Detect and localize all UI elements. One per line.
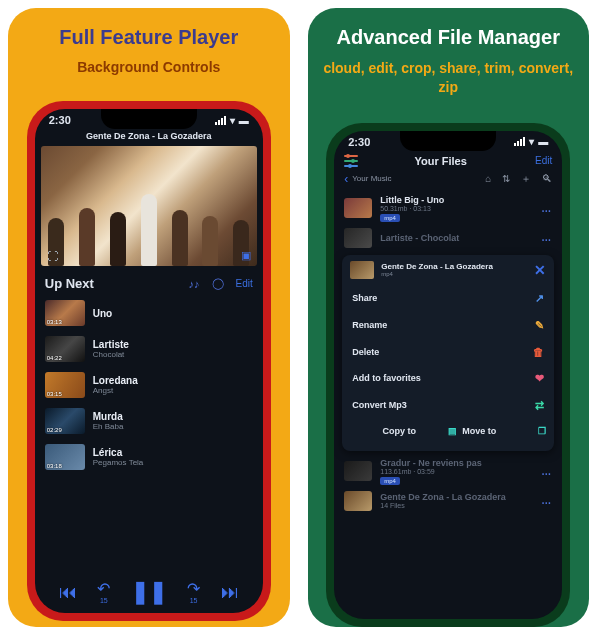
wifi-icon: ▾ [529,136,534,147]
track-row[interactable]: 04:22 Lartiste Chocolat [35,331,263,367]
file-list-bottom: Gradur - Ne reviens pas 113.61mb · 03:59… [334,455,562,514]
ctx-icon: ↗ [535,292,544,305]
edit-link[interactable]: Edit [535,155,552,166]
promo-panel-player: Full Feature Player Background Controls … [8,8,290,627]
context-menu: Gente De Zona - La Gozadera mp4 ✕ Share↗… [342,255,554,451]
track-sub: Angst [93,386,138,395]
track-thumb: 04:22 [45,336,85,362]
ctx-action[interactable]: Share↗ [350,285,546,312]
file-row[interactable]: Lartiste - Chocolat … [334,225,562,251]
ctx-action[interactable]: Delete🗑 [350,339,546,365]
close-icon[interactable]: ✕ [534,262,546,278]
search-icon[interactable]: 🔍︎ [542,173,552,184]
promo-panel-filemgr: Advanced File Manager cloud, edit, crop,… [308,8,590,627]
move-to-button[interactable]: ▤Move to❐ [448,419,546,443]
airplay-icon[interactable]: ▣ [241,249,251,262]
track-sub: Pegamos Tela [93,458,144,467]
status-time: 2:30 [49,114,71,126]
more-icon[interactable]: … [541,232,552,243]
ctx-thumb [350,261,374,279]
up-next-label: Up Next [45,276,177,291]
track-thumb: 03:18 [45,444,85,470]
track-thumb: 03:13 [45,300,85,326]
copy-to-button[interactable]: Copy to [350,419,448,443]
headline: Advanced File Manager [337,26,560,49]
file-thumb [344,198,372,218]
track-row[interactable]: 02:29 Murda Eh Baba [35,403,263,439]
track-thumb: 03:15 [45,372,85,398]
subline: Background Controls [77,59,220,75]
notch [101,109,197,129]
file-row[interactable]: Gradur - Ne reviens pas 113.61mb · 03:59… [334,455,562,488]
ctx-icon: 🗑 [533,346,544,358]
ctx-label: Delete [352,347,379,357]
phone-frame: 2:30 ▾ ▬ Gente De Zona - La Gozadera [27,101,271,621]
now-playing-title: Gente De Zona - La Gozadera [35,128,263,146]
home-icon[interactable]: ⌂ [485,173,491,184]
format-badge: mp4 [380,477,400,485]
file-title: Little Big - Uno [380,195,541,205]
file-thumb [344,491,372,511]
file-list-top: Little Big - Uno 50.31mb · 03:13 mp4 … L… [334,192,562,251]
file-meta: 14 Files [380,502,541,509]
track-title: Murda [93,411,124,422]
skip-fwd-button[interactable]: ↷15 [187,581,200,604]
ctx-action[interactable]: Add to favorites❤ [350,365,546,392]
back-icon[interactable]: ‹ [344,172,348,186]
track-row[interactable]: 03:13 Uno [35,295,263,331]
ctx-sub: mp4 [381,271,493,277]
breadcrumb: ‹ Your Music ⌂ ⇅ ＋ 🔍︎ [334,170,562,192]
more-icon[interactable]: … [541,495,552,506]
page-title: Your Files [358,155,523,167]
ctx-action[interactable]: Convert Mp3⇄ [350,392,546,419]
track-title: Loredana [93,375,138,386]
file-title: Lartiste - Chocolat [380,233,541,243]
screen: 2:30 ▾ ▬ Gente De Zona - La Gozadera [35,109,263,613]
file-thumb [344,461,372,481]
ctx-label: Add to favorites [352,373,421,383]
settings-icon[interactable] [344,155,358,167]
video-area[interactable]: ⛶ ▣ [41,146,257,266]
ctx-action[interactable]: Rename✎ [350,312,546,339]
pause-button[interactable]: ❚❚ [131,579,167,605]
add-icon[interactable]: ＋ [521,172,531,186]
more-icon[interactable]: … [541,203,552,214]
breadcrumb-text[interactable]: Your Music [352,174,391,183]
track-title: Lérica [93,447,144,458]
track-list: 03:13 Uno 04:22 Lartiste Chocolat03:15 L… [35,295,263,475]
track-row[interactable]: 03:18 Lérica Pegamos Tela [35,439,263,475]
file-meta: 50.31mb · 03:13 [380,205,541,212]
move-icon: ▤ [448,426,457,436]
battery-icon: ▬ [538,136,548,147]
headline: Full Feature Player [59,26,238,49]
file-title: Gradur - Ne reviens pas [380,458,541,468]
ctx-title: Gente De Zona - La Gozadera [381,262,493,271]
next-button[interactable]: ⏭ [221,582,239,603]
file-title: Gente De Zona - La Gozadera [380,492,541,502]
signal-icon [514,137,525,146]
file-row[interactable]: Little Big - Uno 50.31mb · 03:13 mp4 … [334,192,562,225]
edit-link[interactable]: Edit [236,278,253,289]
fullscreen-icon[interactable]: ⛶ [47,250,58,262]
shuffle-icon[interactable]: ♪♪ [189,278,200,290]
sort-icon[interactable]: ⇅ [502,173,510,184]
file-row[interactable]: Gente De Zona - La Gozadera 14 Files … [334,488,562,514]
prev-button[interactable]: ⏮ [59,582,77,603]
file-thumb [344,228,372,248]
fm-header: Your Files Edit [334,150,562,170]
player-controls: ⏮ ↶15 ❚❚ ↷15 ⏭ [35,579,263,605]
track-sub: Eh Baba [93,422,124,431]
screen: 2:30 ▾ ▬ Your Files Edit ‹ Your Music ⌂ … [334,131,562,619]
skip-back-button[interactable]: ↶15 [97,581,110,604]
phone-frame: 2:30 ▾ ▬ Your Files Edit ‹ Your Music ⌂ … [326,123,570,627]
ctx-icon: ✎ [535,319,544,332]
track-title: Lartiste [93,339,129,350]
track-row[interactable]: 03:15 Loredana Angst [35,367,263,403]
ctx-icon: ❤ [535,372,544,385]
repeat-icon[interactable]: ◯ [212,277,224,290]
notch [400,131,496,151]
battery-icon: ▬ [239,115,249,126]
ctx-label: Share [352,293,377,303]
track-title: Uno [93,308,112,319]
more-icon[interactable]: … [541,466,552,477]
